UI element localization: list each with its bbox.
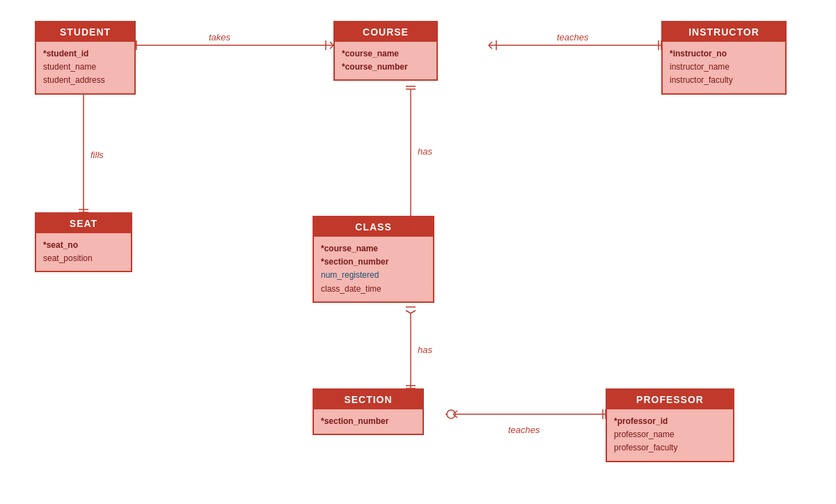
seat-attr-2: seat_position: [43, 252, 124, 265]
seat-body: *seat_no seat_position: [36, 233, 131, 271]
svg-line-8: [489, 45, 492, 49]
instructor-entity: INSTRUCTOR *instructor_no instructor_nam…: [661, 21, 787, 95]
professor-attr-2: professor_name: [614, 428, 726, 441]
class-attr-2: *section_number: [321, 255, 426, 269]
class-header: CLASS: [314, 217, 433, 237]
class-attr-3: num_registered: [321, 269, 426, 282]
class-body: *course_name *section_number num_registe…: [314, 237, 433, 301]
professor-header: PROFESSOR: [607, 390, 733, 409]
fills-label: fills: [90, 150, 104, 160]
teaches-professor-label: teaches: [508, 425, 540, 435]
course-entity: COURSE *course_name *course_number: [333, 21, 438, 81]
seat-entity: SEAT *seat_no seat_position: [35, 212, 132, 272]
section-entity: SECTION *section_number: [313, 388, 424, 435]
seat-attr-1: *seat_no: [43, 239, 124, 252]
instructor-attr-1: *instructor_no: [670, 47, 778, 61]
class-attr-4: class_date_time: [321, 283, 426, 296]
professor-body: *professor_id professor_name professor_f…: [607, 409, 733, 461]
section-attr-1: *section_number: [321, 415, 416, 428]
svg-line-32: [453, 414, 457, 418]
course-body: *course_name *course_number: [335, 42, 436, 79]
seat-header: SEAT: [36, 214, 131, 233]
instructor-attr-3: instructor_faculty: [670, 74, 778, 87]
section-header: SECTION: [314, 390, 423, 409]
teaches-instructor-label: teaches: [557, 32, 589, 42]
course-attr-1: *course_name: [342, 47, 429, 61]
course-header: COURSE: [335, 22, 436, 42]
has-class-label: has: [418, 146, 432, 157]
course-attr-2: *course_number: [342, 61, 429, 74]
instructor-body: *instructor_no instructor_name instructo…: [663, 42, 785, 93]
diagram: takes teaches fills has has teaches STUD…: [0, 0, 836, 504]
takes-label: takes: [209, 32, 230, 42]
svg-line-24: [406, 310, 411, 313]
professor-attr-3: professor_faculty: [614, 441, 726, 455]
student-entity: STUDENT *student_id student_name student…: [35, 21, 136, 95]
student-attr-1: *student_id: [43, 47, 127, 61]
svg-line-25: [411, 310, 416, 313]
svg-line-7: [489, 42, 492, 45]
professor-attr-1: *professor_id: [614, 415, 726, 428]
student-body: *student_id student_name student_address: [36, 42, 134, 93]
section-body: *section_number: [314, 409, 423, 434]
svg-line-31: [453, 411, 457, 414]
student-attr-3: student_address: [43, 74, 127, 87]
student-attr-2: student_name: [43, 61, 127, 74]
instructor-attr-2: instructor_name: [670, 61, 778, 74]
svg-point-30: [447, 410, 455, 418]
professor-entity: PROFESSOR *professor_id professor_name p…: [606, 388, 734, 462]
student-header: STUDENT: [36, 22, 134, 42]
class-attr-1: *course_name: [321, 242, 426, 255]
has-section-label: has: [418, 345, 432, 355]
instructor-header: INSTRUCTOR: [663, 22, 785, 42]
class-entity: CLASS *course_name *section_number num_r…: [313, 216, 434, 303]
